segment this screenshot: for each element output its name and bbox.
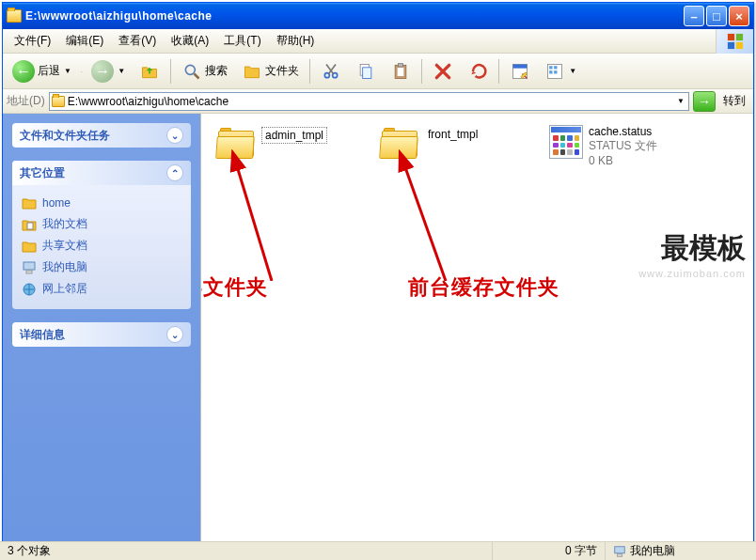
chevron-down-icon: ▼ [569,67,576,75]
address-input[interactable] [68,95,673,108]
other-places-panel: 其它位置 ⌃ home 我的文档 共享文档 我的电脑 网上邻居 [12,161,191,309]
content-pane[interactable]: admin_tmpl front_tmpl cache.status STATU… [200,114,753,542]
sidebar-item-my-computer[interactable]: 我的电脑 [22,257,181,278]
expand-chevron-icon[interactable]: ⌄ [166,326,183,343]
up-button[interactable] [134,57,165,86]
menu-help[interactable]: 帮助(H) [269,30,323,52]
annotation-arrow-left [215,149,281,281]
svg-rect-22 [26,271,32,273]
sidebar-item-network[interactable]: 网上邻居 [22,278,181,300]
svg-rect-3 [735,42,742,49]
file-size: 0 KB [589,154,657,167]
file-item-cache-status[interactable]: cache.status STATUS 文件 0 KB [549,125,657,167]
svg-rect-26 [615,546,625,552]
paste-button[interactable] [385,57,417,86]
forward-arrow-icon: → [91,60,114,83]
back-button[interactable]: ← 后退 ▼ [7,57,77,86]
back-arrow-icon: ← [12,60,35,83]
menu-bar: 文件(F) 编辑(E) 查看(V) 收藏(A) 工具(T) 帮助(H) [3,29,753,54]
svg-line-25 [402,157,446,281]
folders-button[interactable]: 文件夹 [236,57,305,86]
menu-tools[interactable]: 工具(T) [216,30,268,52]
copy-button[interactable] [350,57,382,86]
undo-button[interactable] [462,57,494,86]
undo-icon [467,61,488,82]
scissors-icon [321,61,341,82]
status-file-icon [549,125,583,159]
collapse-chevron-icon[interactable]: ⌃ [166,164,183,181]
chevron-down-icon[interactable]: ▼ [677,97,685,105]
folder-icon [216,127,256,159]
status-bar: 3 个对象 0 字节 我的电脑 [0,541,756,560]
views-button[interactable]: ▼ [539,57,582,86]
menu-view[interactable]: 查看(V) [111,30,164,52]
minimize-button[interactable]: – [684,6,704,26]
sidebar-item-my-documents[interactable]: 我的文档 [22,213,181,235]
cut-button[interactable] [315,57,347,86]
file-type: STATUS 文件 [589,138,657,154]
svg-rect-2 [727,42,733,49]
maximize-button[interactable]: □ [706,6,727,26]
folders-icon [242,61,262,82]
address-field[interactable]: ▼ [49,92,689,111]
sidebar-item-home[interactable]: home [22,193,181,213]
status-objects: 3 个对象 [0,542,493,560]
svg-rect-20 [27,223,33,229]
windows-logo-icon [716,29,753,54]
explorer-window: E:\wwwroot\aizhigu\home\cache – □ × 文件(F… [2,2,754,543]
folder-up-icon [139,61,160,82]
close-button[interactable]: × [729,6,749,26]
address-label: 地址(D) [7,93,45,109]
properties-button[interactable] [504,57,536,86]
menu-edit[interactable]: 编辑(E) [58,30,111,52]
annotation-right-label: 前台缓存文件夹 [408,273,559,302]
svg-rect-11 [398,67,404,75]
panel-header[interactable]: 详细信息 ⌄ [12,322,191,347]
svg-rect-9 [363,67,371,78]
annotation-arrow-right [394,149,460,281]
svg-line-5 [195,73,199,78]
svg-rect-18 [549,70,552,73]
svg-rect-1 [735,34,742,40]
sidebar-item-shared-documents[interactable]: 共享文档 [22,235,181,257]
computer-icon [613,545,626,558]
panel-header[interactable]: 其它位置 ⌃ [12,161,191,185]
folder-item-front-tmpl[interactable]: front_tmpl [380,127,480,159]
folder-icon [52,96,65,107]
chevron-down-icon: ▼ [64,67,71,75]
chevron-down-icon: ▼ [118,67,125,75]
svg-rect-0 [727,34,733,40]
forward-button[interactable]: → ▼ [86,57,131,86]
delete-button[interactable] [427,57,459,86]
folder-item-admin-tmpl[interactable]: admin_tmpl [216,127,327,159]
menu-file[interactable]: 文件(F) [7,30,58,52]
title-bar[interactable]: E:\wwwroot\aizhigu\home\cache – □ × [3,3,753,29]
watermark: 最模板 www.zuimoban.com [638,229,746,279]
computer-icon [22,260,37,275]
svg-rect-27 [617,553,622,556]
copy-icon [355,61,376,82]
file-name: cache.status [589,125,657,138]
menu-favorites[interactable]: 收藏(A) [164,30,216,52]
delete-x-icon [433,61,453,82]
details-panel: 详细信息 ⌄ [12,322,191,347]
titlebar-folder-icon [7,9,22,23]
expand-chevron-icon[interactable]: ⌄ [166,127,183,144]
svg-rect-19 [554,70,557,73]
search-icon [181,61,202,82]
svg-rect-21 [24,262,35,270]
search-button[interactable]: 搜索 [176,57,233,86]
folder-icon [22,195,37,210]
svg-point-4 [186,65,196,74]
window-title: E:\wwwroot\aizhigu\home\cache [25,9,684,23]
documents-icon [22,217,37,232]
main-area: 文件和文件夹任务 ⌄ 其它位置 ⌃ home 我的文档 共享文档 我的电脑 网上… [3,114,753,542]
svg-rect-17 [554,66,557,69]
properties-icon [510,61,530,82]
toolbar: ← 后退 ▼ · → ▼ 搜索 文件夹 ▼ [3,54,753,89]
go-label: 转到 [719,93,749,109]
panel-header[interactable]: 文件和文件夹任务 ⌄ [12,123,191,148]
go-button[interactable]: → [693,91,716,112]
annotation-left-label: 后台缓存文件夹 [200,273,268,302]
svg-rect-14 [513,64,528,68]
